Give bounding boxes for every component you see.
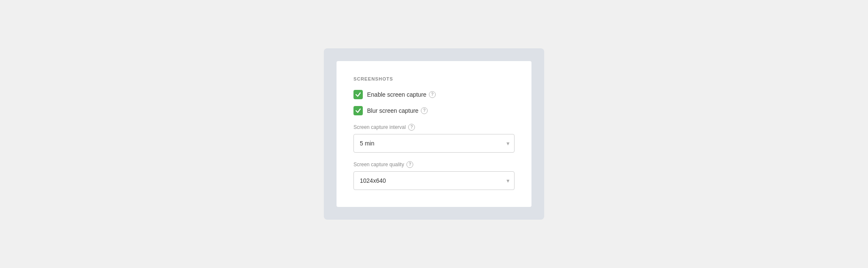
outer-panel: SCREENSHOTS Enable screen capture ? Blur… xyxy=(324,48,544,220)
quality-select-wrapper: 640x480 800x600 1024x640 1280x800 1920x1… xyxy=(353,171,515,190)
interval-select[interactable]: 1 min 2 min 5 min 10 min 15 min 30 min xyxy=(353,134,515,153)
quality-select[interactable]: 640x480 800x600 1024x640 1280x800 1920x1… xyxy=(353,171,515,190)
quality-label-text: Screen capture quality xyxy=(353,162,404,168)
quality-label: Screen capture quality ? xyxy=(353,161,515,168)
blur-screen-capture-help-icon[interactable]: ? xyxy=(421,107,428,114)
interval-help-icon[interactable]: ? xyxy=(408,124,415,131)
interval-select-wrapper: 1 min 2 min 5 min 10 min 15 min 30 min ▾ xyxy=(353,134,515,153)
blur-screen-capture-label: Blur screen capture xyxy=(367,107,418,114)
interval-label: Screen capture interval ? xyxy=(353,124,515,131)
enable-screen-capture-checkbox[interactable] xyxy=(353,90,363,99)
interval-label-text: Screen capture interval xyxy=(353,124,406,130)
checkmark-icon xyxy=(355,92,361,98)
blur-screen-capture-row: Blur screen capture ? xyxy=(353,106,515,115)
enable-screen-capture-label: Enable screen capture xyxy=(367,91,426,98)
quality-field-group: Screen capture quality ? 640x480 800x600… xyxy=(353,161,515,190)
section-title: SCREENSHOTS xyxy=(353,76,515,81)
blur-screen-capture-checkbox[interactable] xyxy=(353,106,363,115)
inner-panel: SCREENSHOTS Enable screen capture ? Blur… xyxy=(337,61,531,207)
checkmark-icon-blur xyxy=(355,108,361,114)
enable-screen-capture-row: Enable screen capture ? xyxy=(353,90,515,99)
enable-screen-capture-help-icon[interactable]: ? xyxy=(429,91,436,98)
interval-field-group: Screen capture interval ? 1 min 2 min 5 … xyxy=(353,124,515,153)
quality-help-icon[interactable]: ? xyxy=(406,161,413,168)
